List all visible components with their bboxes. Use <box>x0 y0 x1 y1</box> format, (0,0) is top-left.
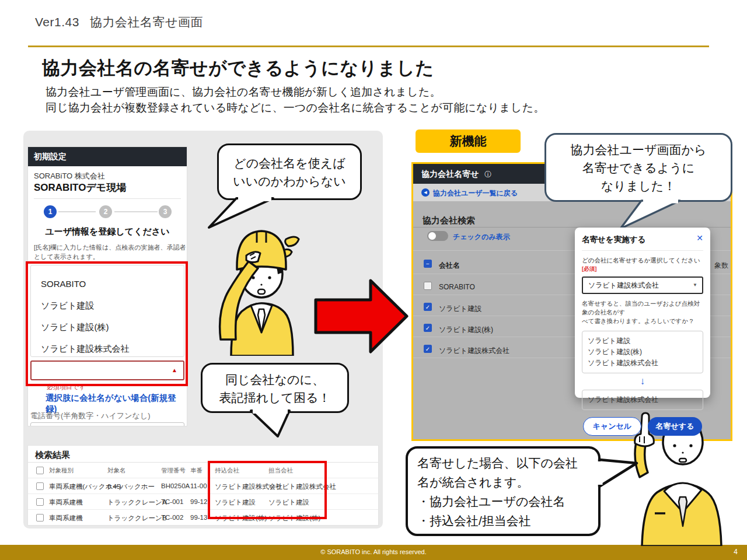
company-select-empty[interactable]: ▲ <box>30 360 184 380</box>
checked-only-toggle[interactable] <box>427 231 448 241</box>
phone-number-input[interactable] <box>30 422 184 426</box>
row-checkbox[interactable] <box>36 482 44 490</box>
merge-target-select[interactable]: ソラビト建設株式会社 ▼ <box>582 276 703 294</box>
select-all-checkbox[interactable]: − <box>424 260 432 268</box>
transition-arrow <box>314 278 410 354</box>
cell-code: TC-001 <box>161 498 183 505</box>
version-label: Ver1.43 <box>35 15 79 29</box>
bubble-tail <box>616 198 682 231</box>
bubble-line: 名が統合されます。 <box>417 473 589 492</box>
merge-button[interactable]: 名寄せする <box>648 417 703 436</box>
stepper-connector <box>114 211 158 212</box>
merged-company: ソラビト建設株式会社 <box>588 394 697 405</box>
source-company: ソラビト建設(株) <box>588 346 697 358</box>
bubble-line: なりました！ <box>546 177 731 195</box>
slide: Ver1.43協力会社名寄せ画面 協力会社名の名寄せができるようになりました 協… <box>0 0 747 560</box>
column-partial-header: 象数 <box>714 261 728 271</box>
cell-charge-company: ソラビト建設(株) <box>268 514 320 523</box>
column-company-header: 会社名 <box>439 261 460 271</box>
copyright-text: © SORABITO inc. All rights reserved. <box>0 548 747 555</box>
bubble-tail <box>245 408 294 439</box>
modal-title: 名寄せを実施する <box>582 235 703 245</box>
cell-name: トラッククレーンB <box>107 514 167 523</box>
speech-bubble-confused: どの会社名を使えば いいのかわからない <box>217 144 362 200</box>
cell-charge-company: ソラビト建設 <box>268 498 309 507</box>
cancel-button[interactable]: キャンセル <box>583 417 642 436</box>
back-to-user-list-link[interactable]: 協力会社ユーザ一覧に戻る <box>433 188 518 198</box>
col-header: 管理番号 <box>161 467 186 475</box>
select-label-text: どの会社に名寄せするか選択してください <box>582 257 700 264</box>
company-option-4[interactable]: ソラビト建設株式会社 <box>41 344 129 355</box>
site-name: SORABITOデモ現場 <box>34 181 126 194</box>
bubble-line: ・協力会社ユーザの会社名 <box>417 492 589 511</box>
cell-name: 0.45バックホー <box>107 482 155 491</box>
company-row-label: ソラビト建設 <box>439 304 481 314</box>
selected-company: ソラビト建設株式会社 <box>588 281 659 289</box>
company-option-2[interactable]: ソラビト建設 <box>41 300 94 312</box>
bubble-line: 協力会社ユーザ画面から <box>546 141 731 159</box>
cell-number: 99-12 <box>190 498 207 505</box>
row-checkbox-checked[interactable]: ✓ <box>424 324 432 332</box>
form-note-line-2: として表示されます。 <box>34 252 186 261</box>
cell-type: 車両系建機 <box>49 514 83 523</box>
col-header: 担当会社 <box>268 467 293 475</box>
form-title: ユーザ情報を登録してください <box>28 226 187 237</box>
close-icon[interactable]: ✕ <box>696 233 703 243</box>
company-option-1[interactable]: SORABITO <box>41 279 86 289</box>
bubble-line: ・持込会社/担当会社 <box>417 511 589 530</box>
search-section-title: 協力会社検索 <box>423 215 475 226</box>
initial-setup-mockup: 初期設定 SORABiTO 株式会社 SORABITOデモ現場 1 2 3 ユー… <box>28 147 187 426</box>
bubble-line: いいのかわからない <box>219 172 360 190</box>
bubble-tail <box>597 454 639 489</box>
company-row-label: SORABITO <box>439 283 475 291</box>
toggle-label: チェックのみ表示 <box>453 232 510 242</box>
speech-bubble-new-feature: 協力会社ユーザ画面から 名寄せできるように なりました！ <box>544 133 732 202</box>
step-3: 3 <box>159 205 172 218</box>
col-header: 対象種別 <box>49 467 74 475</box>
caret-up-icon: ▲ <box>172 367 177 373</box>
back-icon: ◀ <box>421 188 430 197</box>
merge-modal: 名寄せを実施する ✕ どの会社に名寄せするか選択してください [必須] ソラビト… <box>575 228 710 398</box>
col-header: 対象名 <box>107 467 126 475</box>
required-badge: [必須] <box>582 265 596 272</box>
source-companies-box: ソラビト建設 ソラビト建設(株) ソラビト建設株式会社 <box>582 331 703 373</box>
bubble-line: 表記揺れして困る！ <box>203 388 347 407</box>
speech-bubble-merge-result: 名寄せした場合、以下の会社 名が統合されます。 ・協力会社ユーザの会社名 ・持込… <box>406 446 601 536</box>
confused-worker-illustration <box>216 223 305 356</box>
row-checkbox-unchecked[interactable] <box>424 282 432 290</box>
bubble-line: 名寄せした場合、以下の会社 <box>417 453 589 473</box>
screen-name-label: 協力会社名寄せ画面 <box>90 15 203 29</box>
company-name: SORABiTO 株式会社 <box>34 171 105 181</box>
row-checkbox-checked[interactable]: ✓ <box>424 303 432 311</box>
cell-number: 99-13 <box>190 514 207 521</box>
description-line-1: 協力会社ユーザ管理画面に、協力会社の名寄せ機能が新しく追加されました。 <box>46 85 441 100</box>
gold-divider <box>28 46 709 47</box>
divider <box>582 250 703 251</box>
bubble-line: 名寄せできるように <box>546 159 731 177</box>
mockup-header-label: 協力会社名寄せ <box>421 169 479 178</box>
speech-bubble-trouble: 同じ会社なのに、 表記揺れして困る！ <box>201 363 349 413</box>
cell-code: BH0250A <box>161 482 190 489</box>
form-note-line-1: [氏名]欄に入力した情報は、点検表の実施者、承認者 <box>34 243 186 252</box>
cell-name: トラッククレーンA <box>107 498 167 507</box>
row-checkbox-checked[interactable]: ✓ <box>424 345 432 353</box>
modal-buttons: キャンセル 名寄せする <box>582 417 703 436</box>
mockup-header: 初期設定 <box>28 147 187 166</box>
row-checkbox[interactable] <box>36 514 44 522</box>
source-company: ソラビト建設 <box>588 335 697 346</box>
form-note: [氏名]欄に入力した情報は、点検表の実施者、承認者 として表示されます。 <box>34 243 186 261</box>
merged-company-box: ソラビト建設株式会社 <box>582 390 703 410</box>
results-title: 検索結果 <box>35 450 70 461</box>
cell-code: TC-002 <box>161 514 183 521</box>
row-checkbox[interactable] <box>36 498 44 506</box>
cell-number: 11-00 <box>190 482 207 489</box>
select-label: どの会社に名寄せするか選択してください [必須] <box>582 257 703 273</box>
company-option-3[interactable]: ソラビト建設(株) <box>41 322 109 333</box>
required-error-text: 必須項目です <box>47 383 86 391</box>
slide-header: Ver1.43協力会社名寄せ画面 <box>35 14 203 30</box>
cell-bring-company: ソラビト建設(株) <box>215 514 267 523</box>
page-title: 協力会社名の名寄せができるようになりました <box>42 56 434 80</box>
header-checkbox[interactable] <box>36 467 44 474</box>
confirm-text: 名寄せすると、該当のユーザおよび点検対象の会社名がす べて書き換わります。よろし… <box>582 299 703 326</box>
info-icon[interactable]: ⓘ <box>484 170 491 178</box>
